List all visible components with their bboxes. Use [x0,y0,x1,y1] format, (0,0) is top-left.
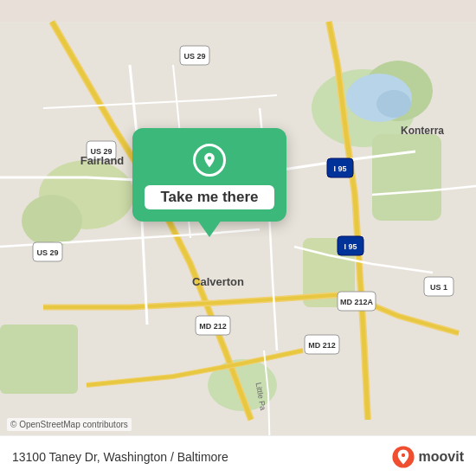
moovit-text: moovit [419,449,464,465]
svg-point-10 [376,90,411,118]
svg-point-5 [22,195,82,247]
svg-text:Fairland: Fairland [80,154,125,167]
svg-rect-3 [372,134,441,221]
map-container: US 29 US 29 US 29 I 95 I 95 US 1 MD 212 … [0,0,476,476]
address-label: 13100 Taney Dr, Washington / Baltimore [12,450,228,464]
map-copyright: © OpenStreetMap contributors [7,418,132,431]
svg-text:Konterra: Konterra [401,125,444,137]
svg-text:US 1: US 1 [430,283,447,292]
take-me-there-popup[interactable]: Take me there [132,128,286,222]
map-background: US 29 US 29 US 29 I 95 I 95 US 1 MD 212 … [0,0,476,476]
moovit-logo: moovit [391,445,464,469]
svg-text:MD 212: MD 212 [199,322,227,331]
popup-pin [193,144,226,177]
moovit-icon [391,445,415,469]
svg-text:US 29: US 29 [36,248,58,257]
svg-text:I 95: I 95 [333,164,346,173]
location-pin-icon [201,151,218,169]
bottom-bar: 13100 Taney Dr, Washington / Baltimore m… [0,435,476,476]
svg-text:Calverton: Calverton [192,275,244,288]
svg-rect-8 [0,325,78,394]
svg-text:MD 212: MD 212 [308,341,336,350]
svg-text:MD 212A: MD 212A [340,298,374,306]
svg-text:I 95: I 95 [344,242,357,251]
svg-text:US 29: US 29 [183,52,205,61]
popup-label[interactable]: Take me there [145,185,274,209]
